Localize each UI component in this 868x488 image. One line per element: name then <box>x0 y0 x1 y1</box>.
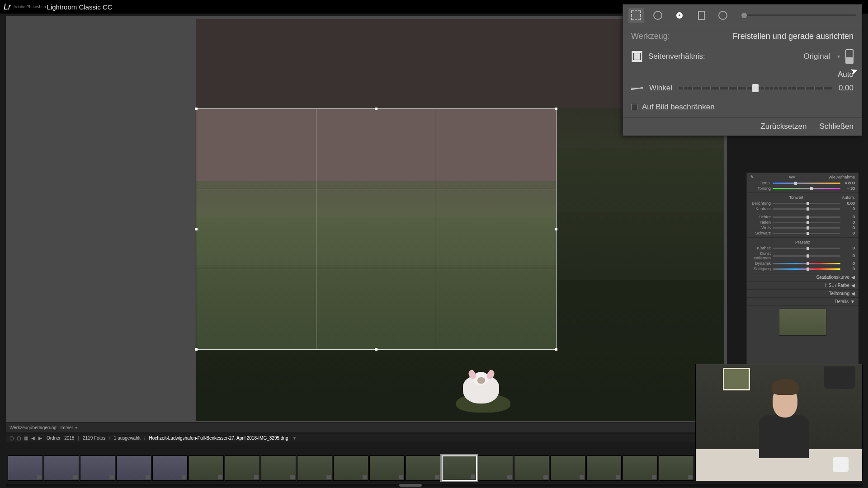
thumbnail[interactable] <box>8 455 43 481</box>
hsl-header[interactable]: HSL / Farbe◀ <box>747 282 859 290</box>
whites-slider[interactable] <box>773 227 840 229</box>
reset-button[interactable]: Zurücksetzen <box>760 122 807 131</box>
crop-rectangle[interactable] <box>196 109 556 349</box>
temp-value[interactable]: 4 800 <box>842 181 855 185</box>
second-monitor-icon[interactable]: ▢ <box>9 435 14 441</box>
contrast-label: Kontrast <box>750 206 771 211</box>
second-monitor-2-icon[interactable]: ▢ <box>16 435 21 441</box>
exposure-slider[interactable] <box>773 203 840 204</box>
thumbnail[interactable] <box>659 455 694 481</box>
webcam-overlay <box>695 364 863 481</box>
saturation-value[interactable]: 0 <box>842 267 855 271</box>
thumbnail[interactable] <box>80 455 115 481</box>
panel-footer: Zurücksetzen Schließen <box>623 117 862 136</box>
contrast-value[interactable]: 0 <box>842 206 855 211</box>
highlights-slider[interactable] <box>773 216 840 218</box>
aspect-preset-icon[interactable] <box>631 51 643 62</box>
brush-size-slider[interactable] <box>741 14 856 16</box>
radial-filter-icon[interactable] <box>715 8 731 23</box>
constrain-label: Auf Bild beschränken <box>642 103 715 112</box>
detail-header[interactable]: Details▼ <box>747 298 859 306</box>
split-toning-header[interactable]: Teiltonung◀ <box>747 290 859 298</box>
detail-preview[interactable] <box>779 309 826 336</box>
thumbnail[interactable] <box>152 455 188 481</box>
shadows-label: Tiefen <box>750 220 771 225</box>
tint-value[interactable]: + 30 <box>842 186 855 191</box>
thumbnail[interactable] <box>44 455 79 481</box>
thumbnail[interactable] <box>514 455 549 481</box>
vibrance-value[interactable]: 0 <box>842 261 855 266</box>
crop-handle-b[interactable] <box>375 348 377 351</box>
canvas[interactable] <box>6 16 727 422</box>
thumbnail[interactable] <box>550 455 585 481</box>
grid-view-icon[interactable]: ▦ <box>23 435 28 441</box>
crop-handle-tl[interactable] <box>195 108 198 110</box>
close-button[interactable]: Schließen <box>819 122 854 131</box>
thumbnail[interactable] <box>406 455 441 481</box>
crop-handle-br[interactable] <box>555 348 557 351</box>
thumbnail[interactable] <box>623 455 658 481</box>
wb-preset[interactable]: Wie Aufnahme <box>828 175 855 179</box>
filmstrip-scrollbar-thumb[interactable] <box>399 484 422 487</box>
dehaze-slider[interactable] <box>773 255 840 257</box>
temp-slider[interactable] <box>773 183 840 184</box>
clarity-slider[interactable] <box>773 248 840 249</box>
dehaze-label: Dunst entfernen <box>750 251 771 260</box>
crop-handle-t[interactable] <box>375 108 377 110</box>
angle-auto-button[interactable]: Auto <box>623 68 862 81</box>
aspect-dropdown-icon[interactable]: ▾ <box>837 53 840 60</box>
graduated-filter-icon[interactable] <box>693 8 709 23</box>
thumbnail[interactable] <box>297 455 332 481</box>
thumbnail[interactable] <box>478 455 513 481</box>
highlights-value[interactable]: 0 <box>842 215 855 219</box>
tone-auto-button[interactable]: Autom. <box>842 195 855 200</box>
whites-label: Weiß <box>750 225 771 230</box>
clarity-value[interactable]: 0 <box>842 246 855 250</box>
nav-prev-icon[interactable]: ◀ <box>30 435 36 441</box>
tool-header: Werkzeug: Freistellen und gerade ausrich… <box>623 26 862 45</box>
thumbnail[interactable] <box>369 455 405 481</box>
thumbnail[interactable] <box>586 455 622 481</box>
crop-handle-l[interactable] <box>195 228 198 230</box>
constrain-checkbox[interactable] <box>631 104 637 110</box>
spot-removal-icon[interactable] <box>650 8 665 23</box>
tint-slider[interactable] <box>773 188 840 189</box>
overlay-value[interactable]: Immer <box>61 425 73 430</box>
wb-eyedropper-icon[interactable]: ✎ <box>750 175 756 179</box>
thumbnail[interactable] <box>225 455 260 481</box>
thumbnail[interactable] <box>189 455 224 481</box>
crop-tool-icon[interactable] <box>628 8 644 23</box>
shadows-slider[interactable] <box>773 222 840 223</box>
blacks-slider[interactable] <box>773 233 840 234</box>
aspect-value[interactable]: Original <box>803 52 830 61</box>
contrast-slider[interactable] <box>773 208 840 210</box>
filmstrip-scrollbar[interactable] <box>6 484 863 487</box>
crop-handle-tr[interactable] <box>555 108 557 110</box>
aspect-row: Seitenverhältnis: Original ▾ <box>623 45 862 68</box>
angle-slider-thumb[interactable] <box>752 84 759 92</box>
saturation-slider[interactable] <box>773 268 840 270</box>
crop-handle-r[interactable] <box>555 228 557 230</box>
angle-value[interactable]: 0,00 <box>839 84 854 93</box>
thumbnail[interactable] <box>261 455 296 481</box>
vibrance-slider[interactable] <box>773 263 840 264</box>
thumbnail[interactable] <box>333 455 368 481</box>
folder-label: Ordner <box>47 436 61 441</box>
aspect-lock-icon[interactable] <box>845 49 854 64</box>
folder-year[interactable]: 2018 <box>64 436 74 441</box>
crop-handle-bl[interactable] <box>195 348 198 351</box>
angle-slider[interactable] <box>679 87 832 89</box>
whites-value[interactable]: 0 <box>842 225 855 230</box>
redeye-icon[interactable] <box>672 8 687 23</box>
shadows-value[interactable]: 0 <box>842 220 855 225</box>
dehaze-value[interactable]: 0 <box>842 253 855 258</box>
thumbnail-selected[interactable] <box>442 455 477 481</box>
constrain-row[interactable]: Auf Bild beschränken <box>623 99 862 117</box>
blacks-value[interactable]: 0 <box>842 231 855 235</box>
temp-label: Temp. <box>750 181 771 185</box>
exposure-value[interactable]: 0,00 <box>842 201 855 206</box>
thumbnail[interactable] <box>116 455 151 481</box>
tone-curve-header[interactable]: Gradationskurve◀ <box>747 273 859 282</box>
nav-next-icon[interactable]: ▶ <box>38 435 43 441</box>
straighten-icon[interactable] <box>631 84 643 92</box>
